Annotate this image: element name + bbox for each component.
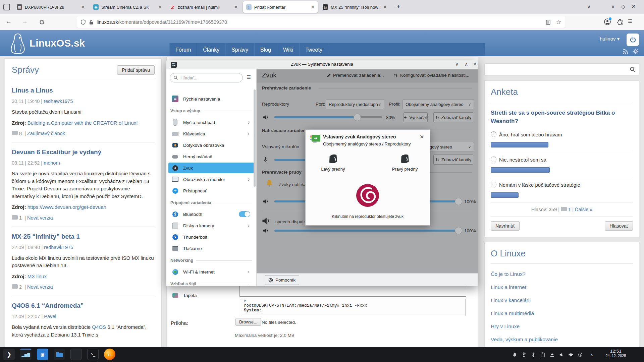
reload-button[interactable] [39,19,45,25]
poll-vote-button[interactable]: Hlasovať [605,221,633,231]
test-sound-button[interactable]: Vyskúšať [404,112,428,122]
terminal-prompt-icon[interactable]: >_ [87,349,99,360]
nav-tweety[interactable]: Tweety [299,43,328,56]
window-maximize-button[interactable]: ◇ [621,4,625,10]
tray-bell-icon[interactable] [511,351,518,358]
window-close-button[interactable]: ✕ [631,3,636,10]
article-tag-link[interactable]: Zaujímavý článok [27,131,65,136]
article-author-link[interactable]: redhawk1975 [44,245,73,250]
sidebar-item-wifi[interactable]: Wi-Fi & Internet› [168,266,254,277]
browser-tab[interactable]: ◈ Stream Cinema CZ a SK ✕ [90,1,165,13]
about-link[interactable]: Veda, výskum a publikovanie [491,337,633,343]
port-dropdown[interactable]: Reproduktory (nedostupn∨ [326,99,384,109]
slider-handle[interactable] [455,198,462,205]
sidebar-item-mouse[interactable]: Myš a touchpad› [168,117,254,128]
sidebar-item-quick-settings[interactable]: Rýchle nastavenia [168,94,254,104]
tray-clipboard-icon[interactable] [539,351,546,358]
show-channels-button[interactable]: Zobraziť kanály [433,155,473,165]
sidebar-item-touchscreen[interactable]: Dotyková obrazovka [168,140,254,150]
window-minimize-button[interactable]: ∨ [611,4,615,10]
about-link[interactable]: Linux a internet [491,284,633,290]
poll-comments-link[interactable]: 1 [568,207,571,212]
article-source-link[interactable]: MX linux [28,274,47,279]
nav-forum[interactable]: Fórum [169,43,197,56]
browser-tab[interactable]: Z zoznam email | hulmil ✕ [166,1,241,13]
logout-power-button[interactable] [627,34,639,46]
tray-bluetooth-icon[interactable] [530,351,537,358]
sidebar-item-keyboard[interactable]: Klávesnica› [168,128,254,139]
sidebar-item-gamepad[interactable]: Herný ovládač [168,151,254,162]
about-link[interactable]: Hry v Linuxe [491,323,633,329]
help-button[interactable]: Pomocník [265,275,299,285]
about-link[interactable]: Linux a multimédiá [491,310,633,316]
sidebar-item-sound-selected[interactable]: Zvuk [168,163,254,173]
terminal-dark-icon[interactable] [70,349,82,360]
tray-network-icon[interactable] [568,351,574,358]
settings-gear-icon[interactable] [633,48,639,54]
add-news-button[interactable]: Pridať správu [117,65,155,75]
search-icon[interactable] [630,66,636,72]
tab-close-icon[interactable]: ✕ [234,4,238,10]
article-tag-link[interactable]: Nová verzia [27,284,53,290]
rename-devices-button[interactable]: Premenovať zariadenia... [326,73,384,78]
settings-titlebar[interactable]: Zvuk — Systémové nastavenia ∨ ∧ ✕ [166,60,478,70]
radio-icon[interactable] [491,182,496,187]
settings-minimize-icon[interactable]: ∨ [455,61,459,67]
speakers-volume-slider[interactable] [274,116,382,118]
bluetooth-toggle-on[interactable] [239,211,250,217]
show-channels-button[interactable]: Zobraziť kanály [433,112,473,122]
taskbar-clock[interactable]: 12:51 24. 12. 2025 [601,349,630,358]
poll-option[interactable]: Nemám v láske počítačové stratégie [491,182,633,188]
sidebar-menu-icon[interactable]: ≡ [247,73,251,81]
nav-spravy[interactable]: Správy [225,43,254,56]
sidebar-item-accessibility[interactable]: ✛ Prístupnosť [168,185,254,196]
list-tabs-icon[interactable]: ∨ [587,4,591,10]
firefox-icon[interactable]: ᓚ [104,349,115,360]
file-manager-icon[interactable] [54,349,65,360]
settings-search-field[interactable]: Hľadať... [170,73,243,82]
left-speaker-test[interactable]: Ľavý predný [320,153,346,172]
article-tag-link[interactable]: Nová verzia [27,215,53,221]
radio-icon[interactable] [491,131,496,137]
article-inline-link[interactable]: Q4OS [92,324,106,330]
konsole-icon[interactable]: ▂▅▇ [20,349,32,360]
nav-blog[interactable]: Blog [254,43,277,56]
browser-tab-active[interactable]: ∫ Pridať komentár ✕ [243,1,318,13]
article-source-link[interactable]: https://www.devuan.org/get-devuan [28,204,106,210]
tab-close-icon[interactable]: ✕ [311,4,315,10]
nav-wiki[interactable]: Wiki [277,43,299,56]
sidebar-item-display[interactable]: Obrazovka a monitor› [168,174,254,185]
configure-volume-button[interactable]: Konfigurovať ovládanie hlasitosti... [393,73,469,78]
browser-tab[interactable]: ▦ DXP6800PRO-3F28 ✕ [13,1,89,13]
about-link[interactable]: Linux v kancelárii [491,297,633,303]
sidebar-item-disks[interactable]: Disky a kamery› [168,220,254,231]
browse-button[interactable]: Browse... [235,318,261,326]
profile-dropdown[interactable]: Obojsmerný analógový stereo∨ [402,99,474,109]
tray-eject-icon[interactable] [549,351,555,358]
settings-close-icon[interactable]: ✕ [473,61,477,67]
sidebar-item-printers[interactable]: Tlačiarne [168,243,254,254]
about-link[interactable]: Čo je to Linux? [491,271,633,277]
article-author-link[interactable]: menom [44,160,60,166]
menu-hamburger-icon[interactable]: ≡ [628,17,632,25]
username[interactable]: hulinov ▾ [600,36,620,42]
rss-icon[interactable] [623,49,629,54]
article-author-link[interactable]: redhawk1975 [44,99,73,104]
blue-app-icon[interactable]: ▣ [37,349,48,360]
article-author-link[interactable]: Pavel [44,314,56,319]
sidebar-item-thunderbolt[interactable]: Thunderbolt [168,232,254,242]
sidebar-item-wallpaper[interactable]: Tapeta [168,290,254,301]
tray-update-icon[interactable] [577,351,584,358]
poll-option[interactable]: Nie, nestretol som sa [491,157,633,163]
account-icon[interactable] [604,18,611,25]
site-search-box[interactable] [485,64,639,75]
site-logo-text[interactable]: LinuxOS.sk [30,38,85,49]
reader-mode-icon[interactable] [546,20,551,25]
article-title[interactable]: Devuan 6 Excalibur je vydaný [12,148,155,156]
tray-usb-icon[interactable] [521,351,527,358]
poll-more-link[interactable]: Ďalšie » [575,207,592,212]
browser-tab[interactable]: ◵ MX 25 “Infinity” isos now a ✕ [319,1,390,13]
slider-handle[interactable] [455,227,462,234]
article-title[interactable]: MX-25 “Infinity” beta 1 [12,233,155,240]
shield-icon[interactable] [80,19,86,25]
